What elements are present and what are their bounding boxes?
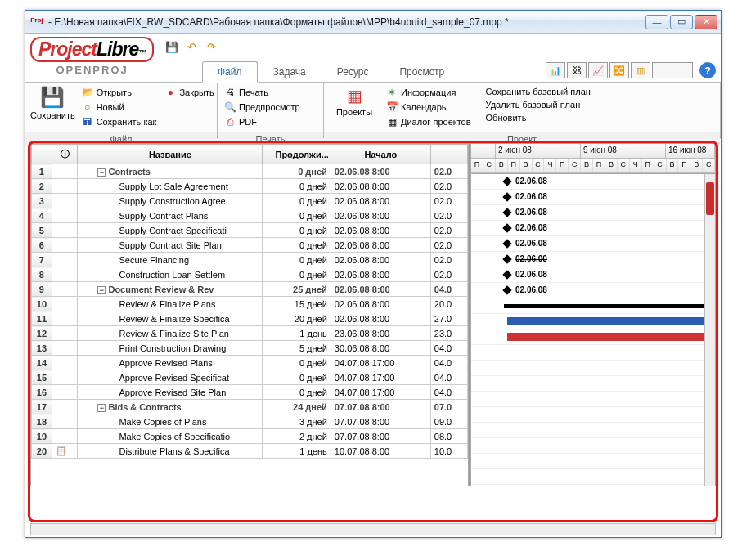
task-bar-critical[interactable] <box>507 333 715 341</box>
duration-cell[interactable]: 15 дней <box>263 297 331 311</box>
row-number[interactable]: 18 <box>32 414 52 429</box>
task-name-cell[interactable]: Review & Finalize Site Plan <box>78 326 263 341</box>
table-row[interactable]: 4Supply Contract Plans0 дней02.06.08 8:0… <box>32 208 468 223</box>
row-number[interactable]: 6 <box>32 238 52 253</box>
tab-resource[interactable]: Ресурс <box>322 61 384 83</box>
duration-cell[interactable]: 0 дней <box>263 223 331 238</box>
task-name-cell[interactable]: Supply Contract Site Plan <box>78 238 263 253</box>
end-cell[interactable]: 04.0 <box>430 385 467 400</box>
row-number[interactable]: 11 <box>32 311 52 326</box>
start-cell[interactable]: 02.06.08 8:00 <box>331 282 430 297</box>
task-name-cell[interactable]: Approve Revised Plans <box>78 356 263 370</box>
table-row[interactable]: 9−Document Review & Rev25 дней02.06.08 8… <box>32 282 468 297</box>
end-cell[interactable]: 10.0 <box>430 444 467 459</box>
task-name-cell[interactable]: Supply Contract Plans <box>78 208 263 223</box>
gantt-body[interactable]: 02.06.0802.06.0802.06.0802.06.0802.06.08… <box>471 174 715 486</box>
duration-cell[interactable]: 0 дней <box>263 356 331 370</box>
gantt-row[interactable] <box>471 345 715 361</box>
close-file-button[interactable]: ●Закрыть <box>163 86 215 99</box>
task-name-cell[interactable]: Distribute Plans & Specifica <box>78 444 263 459</box>
end-cell[interactable]: 02.0 <box>430 194 467 208</box>
duration-cell[interactable]: 0 дней <box>263 164 331 179</box>
summary-bar[interactable] <box>504 304 715 308</box>
end-cell[interactable]: 08.0 <box>430 429 467 444</box>
print-button[interactable]: 🖨Печать <box>223 86 302 99</box>
row-number[interactable]: 7 <box>32 253 52 267</box>
task-name-cell[interactable]: −Document Review & Rev <box>78 282 263 297</box>
start-cell[interactable]: 02.06.08 8:00 <box>331 223 430 238</box>
pdf-button[interactable]: ⎙PDF <box>223 115 302 128</box>
task-name-cell[interactable]: Approve Revised Specificat <box>78 370 263 385</box>
table-row[interactable]: 10Review & Finalize Plans15 дней02.06.08… <box>32 297 468 311</box>
end-cell[interactable]: 02.0 <box>430 164 467 179</box>
duration-cell[interactable]: 5 дней <box>263 341 331 356</box>
duration-cell[interactable]: 1 день <box>263 444 331 459</box>
gantt-vscroll[interactable] <box>704 174 715 486</box>
end-cell[interactable]: 20.0 <box>430 297 467 311</box>
task-name-cell[interactable]: −Contracts <box>78 164 263 179</box>
search-box[interactable] <box>652 62 693 78</box>
start-cell[interactable]: 04.07.08 17:00 <box>331 356 430 370</box>
end-cell[interactable]: 07.0 <box>430 400 467 414</box>
gantt-row[interactable] <box>471 407 715 423</box>
end-cell[interactable]: 02.0 <box>430 208 467 223</box>
duration-cell[interactable]: 0 дней <box>263 208 331 223</box>
col-name[interactable]: Название <box>78 145 263 164</box>
col-end[interactable] <box>430 145 467 164</box>
end-cell[interactable]: 04.0 <box>430 356 467 370</box>
maximize-button[interactable]: ▭ <box>670 15 693 29</box>
redo-icon[interactable]: ↷ <box>203 38 219 55</box>
task-name-cell[interactable]: Review & Finalize Plans <box>78 297 263 311</box>
project-dialog-button[interactable]: ▦Диалог проектов <box>384 115 473 128</box>
table-row[interactable]: 20📋Distribute Plans & Specifica1 день10.… <box>32 444 468 459</box>
table-row[interactable]: 6Supply Contract Site Plan0 дней02.06.08… <box>32 238 468 253</box>
row-number[interactable]: 3 <box>32 194 52 208</box>
duration-cell[interactable]: 0 дней <box>263 194 331 208</box>
duration-cell[interactable]: 1 день <box>263 326 331 341</box>
save-icon[interactable]: 💾 <box>164 38 180 55</box>
minimize-button[interactable]: — <box>645 15 668 29</box>
chart4-icon[interactable]: 🔀 <box>609 62 629 78</box>
table-row[interactable]: 11Review & Finalize Specifica20 дней02.0… <box>32 311 468 326</box>
row-number[interactable]: 9 <box>32 282 52 297</box>
task-name-cell[interactable]: Supply Lot Sale Agreement <box>78 179 263 194</box>
task-bar[interactable] <box>507 317 715 325</box>
new-button[interactable]: ○Новый <box>80 101 159 114</box>
start-cell[interactable]: 02.06.08 8:00 <box>331 253 430 267</box>
calendar-button[interactable]: 📅Календарь <box>384 101 473 114</box>
end-cell[interactable]: 09.0 <box>430 414 467 429</box>
chart3-icon[interactable]: 📈 <box>588 62 608 78</box>
gantt-row[interactable] <box>471 469 715 485</box>
gantt-row[interactable] <box>471 376 715 392</box>
start-cell[interactable]: 23.06.08 8:00 <box>331 326 430 341</box>
close-button[interactable]: ✕ <box>695 15 717 29</box>
end-cell[interactable]: 02.0 <box>430 223 467 238</box>
duration-cell[interactable]: 24 дней <box>263 400 331 414</box>
start-cell[interactable]: 02.06.08 8:00 <box>331 311 430 326</box>
save-as-button[interactable]: 🖬Сохранить как <box>80 115 159 128</box>
task-grid[interactable]: ⓘ Название Продолжи... Начало 1−Contract… <box>30 143 469 486</box>
duration-cell[interactable]: 20 дней <box>263 311 331 326</box>
info-button[interactable]: ✶Информация <box>384 86 473 99</box>
duration-cell[interactable]: 0 дней <box>263 253 331 267</box>
hscroll[interactable] <box>30 523 716 535</box>
duration-cell[interactable]: 2 дней <box>263 429 331 444</box>
table-row[interactable]: 7Secure Financing0 дней02.06.08 8:0002.0 <box>32 253 468 267</box>
row-number[interactable]: 15 <box>32 370 52 385</box>
gantt-row[interactable] <box>471 423 715 438</box>
start-cell[interactable]: 10.07.08 8:00 <box>331 444 430 459</box>
start-cell[interactable]: 30.06.08 8:00 <box>331 341 430 356</box>
row-number[interactable]: 1 <box>32 164 52 179</box>
start-cell[interactable]: 07.07.08 8:00 <box>331 400 430 414</box>
col-rownum[interactable] <box>32 145 52 164</box>
duration-cell[interactable]: 25 дней <box>263 282 331 297</box>
end-cell[interactable]: 02.0 <box>430 238 467 253</box>
tab-task[interactable]: Задача <box>258 61 322 83</box>
task-name-cell[interactable]: Supply Contract Specificati <box>78 223 263 238</box>
col-start[interactable]: Начало <box>331 145 430 164</box>
table-row[interactable]: 13Print Construction Drawing5 дней30.06.… <box>32 341 468 356</box>
save-baseline-button[interactable]: Сохранить базовый план <box>484 86 592 97</box>
table-row[interactable]: 15Approve Revised Specificat0 дней04.07.… <box>32 370 468 385</box>
row-number[interactable]: 10 <box>32 297 52 311</box>
end-cell[interactable]: 27.0 <box>430 311 467 326</box>
